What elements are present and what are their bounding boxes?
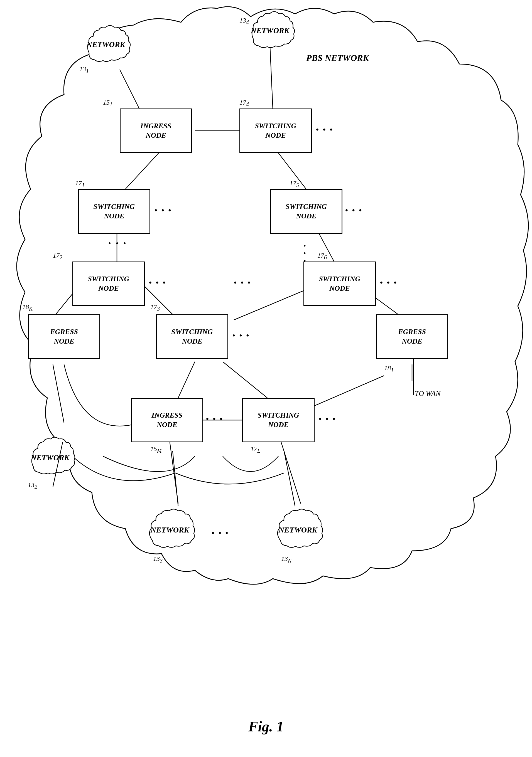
diagram: PBS NETWORK NETWORK 131 NETWORK 134 INGR… — [0, 0, 532, 757]
switching-node-5-label: SWITCHINGNODE — [286, 202, 327, 221]
svg-line-21 — [170, 442, 178, 503]
switching-node-4: SWITCHINGNODE — [239, 108, 312, 153]
switching-node-2: SWITCHINGNODE — [72, 261, 145, 306]
ref-17-1: 171 — [75, 179, 85, 188]
svg-line-20 — [53, 442, 63, 487]
ingress-node-M-label: INGRESSNODE — [151, 410, 182, 430]
switching-node-1-label: SWITCHINGNODE — [94, 202, 135, 221]
svg-line-1 — [270, 47, 273, 108]
network-3-label: NETWORK — [151, 526, 189, 534]
dots-17-6-left: • • • — [234, 278, 251, 287]
dots-v-1: ••• — [106, 242, 128, 244]
switching-node-2-label: SWITCHINGNODE — [88, 274, 129, 293]
ref-17-6: 176 — [317, 252, 327, 261]
switching-node-6: SWITCHINGNODE — [303, 261, 376, 306]
egress-node-K-label: EGRESSNODE — [50, 327, 78, 346]
ref-18-K: 18K — [22, 303, 33, 312]
svg-line-12 — [223, 362, 267, 398]
switching-node-3: SWITCHINGNODE — [156, 315, 228, 359]
dots-17L-right: • • • — [319, 414, 336, 423]
dots-v-5: ••• — [303, 242, 306, 264]
ref-13-N: 13N — [281, 555, 292, 564]
pbs-network-label: PBS NETWORK — [306, 53, 369, 63]
ref-17-2: 172 — [53, 252, 62, 261]
switching-node-4-label: SWITCHINGNODE — [255, 121, 297, 140]
ref-13-4: 134 — [239, 17, 249, 26]
cloud-network-1: NETWORK — [78, 22, 134, 67]
dots-17-6-right: • • • — [380, 278, 397, 287]
svg-line-0 — [120, 70, 139, 108]
egress-node-1-label: EGRESSNODE — [398, 327, 426, 346]
svg-line-16 — [53, 364, 64, 423]
switching-node-6-label: SWITCHINGNODE — [319, 274, 360, 293]
dots-17-5: • • • — [345, 206, 363, 215]
ingress-node-M: INGRESSNODE — [131, 398, 203, 442]
dots-17L-left: • • • — [206, 414, 224, 423]
switching-node-L-label: SWITCHINGNODE — [258, 410, 299, 430]
network-N-label: NETWORK — [279, 526, 317, 534]
switching-node-L: SWITCHINGNODE — [242, 398, 315, 442]
dots-17-4: • • • — [316, 125, 333, 134]
egress-node-1: EGRESSNODE — [376, 315, 448, 359]
switching-node-5: SWITCHINGNODE — [270, 189, 342, 234]
figure-caption: Fig. 1 — [248, 718, 284, 735]
ref-17-3: 173 — [150, 303, 160, 312]
network-1-label: NETWORK — [87, 40, 125, 49]
ingress-node-1: INGRESSNODE — [120, 108, 192, 153]
egress-node-K: EGRESSNODE — [28, 315, 100, 359]
ref-13-1: 131 — [79, 65, 89, 74]
svg-line-22 — [281, 442, 301, 503]
ref-15-1: 151 — [103, 99, 112, 108]
switching-node-3-label: SWITCHINGNODE — [172, 327, 213, 346]
dots-17-3: • • • — [233, 331, 250, 340]
ingress-node-1-label: INGRESSNODE — [140, 121, 171, 140]
dots-17-2: • • • — [149, 278, 167, 287]
ref-17-4: 174 — [239, 99, 249, 108]
network-4-label: NETWORK — [251, 26, 289, 35]
network-2-label: NETWORK — [31, 453, 69, 462]
switching-node-1: SWITCHINGNODE — [78, 189, 150, 234]
cloud-network-4: NETWORK — [242, 8, 298, 53]
dots-17-1: • • • — [154, 206, 172, 215]
svg-line-3 — [125, 153, 159, 189]
ref-18-1: 181 — [384, 364, 394, 373]
ref-17-5: 175 — [290, 179, 299, 188]
svg-line-11 — [178, 362, 195, 398]
ref-13-3: 133 — [153, 555, 163, 564]
